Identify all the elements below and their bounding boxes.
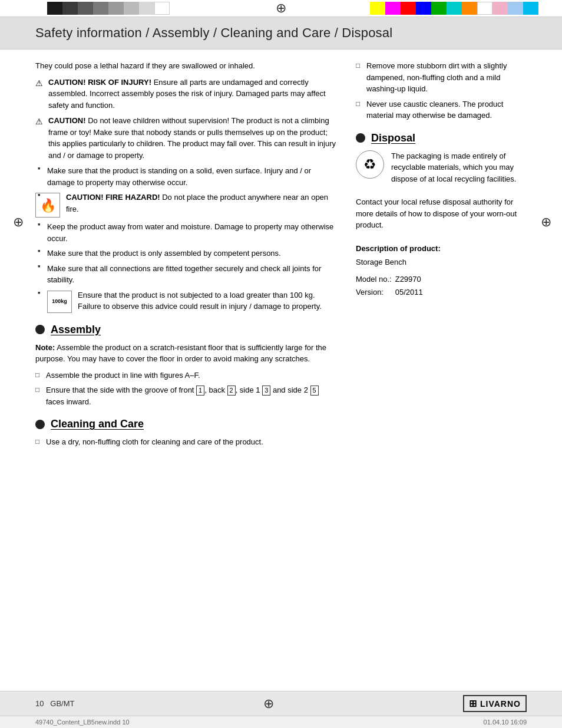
safety-bullet-list: Make sure that the product is standing o…	[35, 165, 338, 313]
color-swatch	[124, 2, 139, 15]
bullet-item-fire-hazard: 🔥 CAUTION! FIRE HAZARD! Do not place the…	[35, 192, 338, 218]
assembly-section-heading: Assembly	[35, 324, 338, 336]
main-content: ⊕ ⊕ They could pose a lethal hazard if t…	[0, 50, 562, 571]
color-swatch	[47, 2, 62, 15]
box-num-5: 5	[310, 386, 319, 395]
logo-text: LIVARNO	[480, 699, 521, 709]
fire-hazard-icon: 🔥	[35, 193, 60, 218]
contact-disposal-text: Contact your local refuse disposal autho…	[356, 196, 527, 231]
color-swatch	[462, 2, 477, 15]
assembly-heading: Assembly	[51, 324, 101, 336]
spacer	[0, 571, 562, 691]
cleaning-item-1: Use a dry, non-fluffing cloth for cleani…	[35, 436, 338, 448]
model-label: Model no.:	[356, 273, 395, 286]
caution-2-bold: CAUTION!	[48, 116, 86, 125]
fire-hazard-row: 🔥 CAUTION! FIRE HAZARD! Do not place the…	[35, 192, 338, 218]
note-bold: Note:	[35, 343, 55, 352]
box-num-2: 2	[227, 386, 236, 395]
fire-hazard-text: CAUTION! FIRE HAZARD! Do not place the p…	[66, 192, 338, 215]
cleaning-list: Use a dry, non-fluffing cloth for cleani…	[35, 436, 338, 448]
color-swatch	[492, 2, 508, 15]
footer-page-info: 10 GB/MT	[35, 699, 74, 708]
top-bar: ⊕	[0, 0, 562, 17]
color-swatch	[508, 2, 523, 15]
cleaning-section-heading: Cleaning and Care	[35, 418, 338, 430]
color-swatch	[62, 2, 78, 15]
file-info: 49740_Content_LB5new.indd 10	[35, 719, 130, 726]
crosshair-right: ⊕	[541, 215, 551, 230]
header-strip: Safety information / Assembly / Cleaning…	[0, 17, 562, 50]
bullet-item-water: Keep the product away from water and moi…	[35, 221, 338, 244]
caution-icon-2: ⚠	[35, 116, 43, 128]
caution-risk-of-injury: ⚠ CAUTION! RISK OF INJURY! Ensure all pa…	[35, 77, 338, 111]
page-number: 10	[35, 699, 44, 708]
load-100kg-icon: 100kg	[47, 291, 72, 313]
bullet-item-load: 100kg Ensure that the product is not sub…	[35, 289, 338, 313]
page: ⊕ Safety information / Assembly / Cleani…	[0, 0, 562, 728]
caution-1-bold: CAUTION! RISK OF INJURY!	[48, 78, 151, 87]
color-bar-right	[370, 2, 538, 15]
description-box: Description of product: Storage Bench Mo…	[356, 243, 527, 300]
version-value: 05/2011	[395, 286, 427, 299]
assembly-item-2: Ensure that the side with the groove of …	[35, 384, 338, 407]
color-swatch	[401, 2, 416, 15]
page-title: Safety information / Assembly / Cleaning…	[35, 25, 527, 41]
version-row: Version: 05/2011	[356, 286, 427, 299]
color-swatch	[523, 2, 538, 15]
caution-supervision: ⚠ CAUTION! Do not leave children without…	[35, 115, 338, 161]
crosshair-left: ⊕	[13, 215, 24, 230]
right-cleaning-item-2: Never use caustic cleaners. The product …	[356, 98, 527, 121]
load-row: 100kg Ensure that the product is not sub…	[35, 289, 338, 313]
footer-crosshair: ⊕	[263, 696, 274, 711]
logo-icon: ⊞	[469, 698, 477, 709]
assembly-note: Note: Assemble the product on a scratch-…	[35, 342, 338, 365]
description-title: Description of product:	[356, 243, 527, 255]
caution-icon-1: ⚠	[35, 77, 43, 90]
color-swatch	[385, 2, 401, 15]
cleaning-bullet	[35, 420, 45, 429]
box-num-3: 3	[262, 386, 270, 395]
color-swatch	[93, 2, 108, 15]
disposal-bullet	[356, 133, 365, 143]
assembly-item-1: Assemble the product in line with figure…	[35, 370, 338, 381]
color-swatch	[431, 2, 447, 15]
left-column: They could pose a lethal hazard if they …	[35, 60, 338, 571]
fire-hazard-bold: CAUTION! FIRE HAZARD!	[66, 193, 160, 202]
load-text: Ensure that the product is not subjected…	[78, 289, 338, 312]
assembly-bullet	[35, 325, 45, 334]
box-num-1: 1	[196, 386, 204, 395]
color-bar-left	[47, 2, 170, 15]
color-swatch	[139, 2, 154, 15]
model-value: Z29970	[395, 273, 427, 286]
note-text: Assemble the product on a scratch-resist…	[35, 343, 326, 364]
color-swatch	[370, 2, 385, 15]
color-swatch	[447, 2, 462, 15]
caution-2-text: Do not leave children without supervisio…	[48, 116, 336, 160]
date-info: 01.04.10 16:09	[484, 719, 527, 726]
assembly-list: Assemble the product in line with figure…	[35, 370, 338, 408]
color-swatch	[477, 2, 492, 15]
recycle-text: The packaging is made entirely of recycl…	[391, 150, 527, 185]
bullet-item-competent: Make sure that the product is only assem…	[35, 248, 338, 259]
intro-text: They could pose a lethal hazard if they …	[35, 60, 338, 72]
right-cleaning-item-1: Remove more stubborn dirt with a slightl…	[356, 60, 527, 95]
product-name: Storage Bench	[356, 256, 527, 268]
description-table: Model no.: Z29970 Version: 05/2011	[356, 273, 427, 300]
livarno-logo: ⊞ LIVARNO	[463, 695, 527, 712]
bullet-item-surface: Make sure that the product is standing o…	[35, 165, 338, 188]
model-row: Model no.: Z29970	[356, 273, 427, 286]
crosshair-top-center: ⊕	[276, 1, 286, 16]
color-swatch	[416, 2, 431, 15]
recycle-row: ♻ The packaging is made entirely of recy…	[356, 150, 527, 190]
color-swatch	[108, 2, 124, 15]
right-column: Remove more stubborn dirt with a slightl…	[356, 60, 527, 571]
color-swatch	[154, 2, 170, 15]
color-swatch	[78, 2, 93, 15]
cleaning-heading: Cleaning and Care	[51, 418, 144, 430]
footer-locale: GB/MT	[50, 699, 74, 708]
footer: 10 GB/MT ⊕ ⊞ LIVARNO	[0, 691, 562, 716]
disposal-section-heading: Disposal	[356, 132, 527, 144]
bullet-item-connections: Make sure that all connections are fitte…	[35, 263, 338, 286]
bottom-info-bar: 49740_Content_LB5new.indd 10 01.04.10 16…	[0, 716, 562, 728]
recycle-icon: ♻	[356, 150, 384, 179]
